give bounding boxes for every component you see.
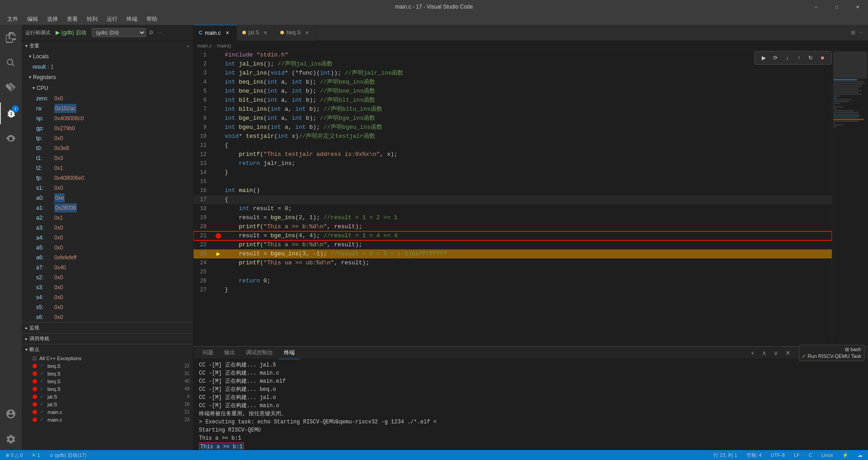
status-line-col[interactable]: 行 23, 列 1 bbox=[712, 452, 739, 459]
close-button[interactable]: ✕ bbox=[847, 0, 868, 14]
activity-account[interactable] bbox=[0, 403, 22, 425]
activity-search[interactable] bbox=[0, 52, 22, 74]
status-error-count[interactable]: ✕ 1 bbox=[30, 452, 42, 458]
reg-t1[interactable]: t1: 0x3 bbox=[22, 153, 193, 163]
status-sync-icon[interactable]: ☁ bbox=[856, 452, 864, 458]
breakpoints-section-header[interactable]: ▾ 断点 bbox=[22, 344, 193, 355]
menu-terminal[interactable]: 终端 bbox=[123, 14, 141, 24]
bp-all-cpp[interactable]: ☐ All C++ Exceptions bbox=[22, 355, 193, 362]
reg-ra[interactable]: ra: 0x102ac bbox=[22, 103, 193, 113]
panel-tab-debug-console[interactable]: 调试控制台 bbox=[241, 347, 278, 359]
menu-select[interactable]: 选择 bbox=[43, 14, 61, 24]
breadcrumb-symbol[interactable]: main() bbox=[217, 43, 231, 48]
watch-section-header[interactable]: ▸ 监视 bbox=[22, 322, 193, 333]
activity-extensions[interactable] bbox=[0, 128, 22, 150]
more-actions-btn[interactable]: ··· bbox=[858, 28, 864, 37]
reg-a3[interactable]: a3: 0x0 bbox=[22, 223, 193, 233]
reg-tp[interactable]: tp: 0x0 bbox=[22, 133, 193, 143]
debug-over-btn[interactable]: ⟳ bbox=[770, 52, 781, 63]
tab-beq-s[interactable]: beq.S ✕ bbox=[275, 25, 316, 41]
debug-config-dropdown[interactable]: (gdb) 启动 bbox=[92, 28, 146, 37]
activity-debug[interactable]: 1 bbox=[0, 103, 22, 124]
activity-git[interactable] bbox=[0, 77, 22, 99]
bash-terminal[interactable]: ⊞ bash bbox=[845, 346, 861, 353]
tab-main-c[interactable]: C main.c ✕ bbox=[193, 25, 237, 41]
variables-section-header[interactable]: ▾ 变量 + bbox=[22, 41, 193, 51]
reg-s1[interactable]: s1: 0x0 bbox=[22, 183, 193, 193]
local-result-item[interactable]: result : 1 bbox=[22, 62, 193, 72]
activity-explorer[interactable] bbox=[0, 27, 22, 48]
menu-run[interactable]: 运行 bbox=[103, 14, 121, 24]
reg-s4[interactable]: s4: 0x0 bbox=[22, 292, 193, 302]
tab-jal-s[interactable]: jal.S ✕ bbox=[237, 25, 275, 41]
reg-a4[interactable]: a4: 0x0 bbox=[22, 233, 193, 243]
reg-t2[interactable]: t2: 0x1 bbox=[22, 163, 193, 173]
reg-s3[interactable]: s3: 0x0 bbox=[22, 282, 193, 292]
reg-zero[interactable]: zero: 0x0 bbox=[22, 94, 193, 103]
panel-min-btn[interactable]: ∨ bbox=[771, 348, 781, 357]
menu-edit[interactable]: 编辑 bbox=[24, 14, 42, 24]
activity-settings[interactable] bbox=[0, 428, 22, 450]
status-errors[interactable]: ⊗ 0 △ 0 bbox=[4, 452, 24, 458]
minimize-button[interactable]: ─ bbox=[806, 0, 826, 14]
debug-into-btn[interactable]: ↓ bbox=[782, 52, 793, 63]
debug-out-btn[interactable]: ↑ bbox=[793, 52, 804, 63]
panel-add-btn[interactable]: + bbox=[748, 348, 757, 357]
status-encoding[interactable]: UTF-8 bbox=[769, 452, 787, 458]
menu-file[interactable]: 文件 bbox=[4, 14, 22, 24]
reg-a2[interactable]: a2: 0x1 bbox=[22, 213, 193, 223]
reg-a0[interactable]: a0: 0xe bbox=[22, 193, 193, 203]
cpu-header[interactable]: ▾ CPU bbox=[22, 83, 193, 94]
panel-tab-problems[interactable]: 问题 bbox=[197, 347, 219, 359]
debug-stop-btn[interactable]: ■ bbox=[817, 52, 828, 63]
reg-gp[interactable]: gp: 0x279b0 bbox=[22, 123, 193, 133]
callstack-section-header[interactable]: ▸ 调用堆栈 bbox=[22, 333, 193, 344]
bp-jal-4[interactable]: ✓ jal.S 4 bbox=[22, 393, 193, 400]
maximize-button[interactable]: □ bbox=[826, 0, 847, 14]
status-os[interactable]: Linux bbox=[820, 452, 835, 458]
reg-a1[interactable]: a1: 0x28008 bbox=[22, 203, 193, 213]
split-editor-btn[interactable]: ⊞ bbox=[850, 28, 856, 37]
tab-beq-s-close[interactable]: ✕ bbox=[303, 29, 311, 36]
reg-a7[interactable]: a7: 0x40 bbox=[22, 263, 193, 272]
bp-beq-40[interactable]: ✓ beq.S 40 bbox=[22, 377, 193, 385]
status-spaces[interactable]: 空格: 4 bbox=[745, 452, 764, 459]
menu-view[interactable]: 查看 bbox=[63, 14, 81, 24]
registers-header[interactable]: ▾ Registers bbox=[22, 72, 193, 83]
riscv-task[interactable]: ✓ Run RISCV-QEMU Task bbox=[802, 353, 861, 360]
status-eol[interactable]: LF bbox=[792, 452, 802, 458]
reg-sp[interactable]: sp: 0x408006c0 bbox=[22, 113, 193, 123]
tab-main-c-close[interactable]: ✕ bbox=[224, 29, 231, 37]
tab-jal-s-close[interactable]: ✕ bbox=[262, 29, 269, 36]
status-lang[interactable]: C bbox=[807, 452, 814, 458]
status-debug-session[interactable]: ⊙ (gdb) 启动(17) bbox=[47, 452, 88, 459]
panel-close-btn[interactable]: ✕ bbox=[783, 348, 793, 357]
reg-s5[interactable]: s5: 0x0 bbox=[22, 302, 193, 312]
bp-beq-22[interactable]: ✓ beq.S 22 bbox=[22, 362, 193, 370]
code-editor[interactable]: 1 #include "stdio.h" 2 int jal_ins(); //… bbox=[193, 51, 832, 346]
panel-tab-output[interactable]: 输出 bbox=[219, 347, 241, 359]
panel-tab-terminal[interactable]: 终端 bbox=[278, 347, 300, 359]
reg-s2[interactable]: s2: 0x0 bbox=[22, 272, 193, 282]
bp-main-23[interactable]: ✓ main.c 23 bbox=[22, 416, 193, 423]
bp-jal-16[interactable]: ✓ jal.S 16 bbox=[22, 400, 193, 408]
minimap-viewport[interactable] bbox=[833, 52, 867, 79]
menu-help[interactable]: 帮助 bbox=[143, 14, 161, 24]
breadcrumb-file[interactable]: main.c bbox=[197, 43, 212, 48]
reg-t0[interactable]: t0: 0x3e8 bbox=[22, 143, 193, 153]
debug-continue-btn[interactable]: ▶ bbox=[758, 52, 769, 63]
status-remote-icon[interactable]: ⚡ bbox=[840, 452, 850, 458]
debug-play-button[interactable]: ▶ (gdb) 启动 bbox=[52, 28, 90, 38]
debug-gear-icon[interactable]: ⚙ bbox=[148, 28, 155, 37]
bp-beq-49[interactable]: ✓ beq.S 49 bbox=[22, 385, 193, 393]
bp-main-21[interactable]: ✓ main.c 21 bbox=[22, 408, 193, 416]
reg-a5[interactable]: a5: 0x0 bbox=[22, 243, 193, 253]
debug-restart-btn[interactable]: ↻ bbox=[805, 52, 816, 63]
variables-add-icon[interactable]: + bbox=[187, 43, 189, 49]
reg-a6[interactable]: a6: 0xfefefeff bbox=[22, 253, 193, 263]
reg-fp[interactable]: fp: 0x408006e0 bbox=[22, 173, 193, 183]
panel-max-btn[interactable]: ∧ bbox=[759, 348, 769, 357]
reg-s6[interactable]: s6: 0x0 bbox=[22, 312, 193, 322]
locals-header[interactable]: ▾ Locals bbox=[22, 51, 193, 62]
menu-goto[interactable]: 转到 bbox=[83, 14, 101, 24]
